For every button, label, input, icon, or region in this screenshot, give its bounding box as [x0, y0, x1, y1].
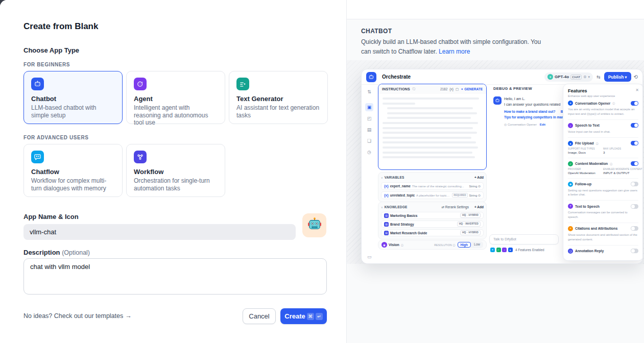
- feature-mini-icon: ✦: [490, 248, 495, 252]
- app-type-card-chatbot[interactable]: Chatbot LLM-based chatbot with simple se…: [23, 71, 123, 124]
- dataset-icon: ▤: [384, 213, 389, 218]
- app-type-name: Workflow: [134, 168, 218, 176]
- workflow-icon: [134, 151, 147, 163]
- app-type-card-text-generator[interactable]: Text Generator AI assistant for text gen…: [229, 71, 328, 124]
- app-type-desc: Orchestration for single-turn automation…: [134, 177, 218, 192]
- sidebar-orchestrate-icon: ▣: [365, 103, 373, 111]
- preview-sidebar: ⇅ ▣ ◰ ▤ ❏ ◷: [362, 85, 377, 263]
- retrieval-badge: HQ · INVERTED: [457, 222, 481, 227]
- variable-row: {x} expert_name The name of the strategi…: [381, 182, 484, 190]
- model-selector: ✦ GPT-4o CHAT ⚙ ▾: [544, 72, 593, 82]
- app-name-input[interactable]: [23, 224, 296, 240]
- history-icon: ⟲: [634, 74, 638, 80]
- feature-item: ▲ File Upload ⓘ SUPPORT FILE TYPESImage,…: [568, 137, 638, 158]
- info-icon: ⓘ: [596, 142, 599, 145]
- collapse-panel-icon: ▭: [367, 254, 372, 259]
- required-badge: REQUIRED: [452, 193, 467, 198]
- arrow-right-icon: →: [125, 312, 132, 320]
- bot-message: Hello, I am L. I can answer your questio…: [493, 96, 561, 126]
- copy-icon: ▢: [456, 87, 459, 91]
- create-app-modal: Create from Blank Choose App Type FOR BE…: [0, 0, 644, 343]
- app-type-desc: AI assistant for text generation tasks: [236, 104, 320, 119]
- feature-item: ♪ Speech to Text Voice input can be used…: [568, 119, 638, 137]
- app-icon-picker[interactable]: [302, 213, 326, 237]
- vision-icon: ◉: [381, 242, 387, 248]
- dataset-icon: ▤: [384, 231, 389, 235]
- knowledge-panel: ∨ KNOWLEDGE ⇄ Rerank Settings + Add ▤ Ma…: [378, 202, 487, 239]
- rerank-settings-button: ⇄ Rerank Settings: [441, 205, 469, 209]
- features-enabled-bar: ✦ ✓ ♪ ▲ 4 Features Enabled: [490, 248, 544, 252]
- app-type-desc: LLM-based chatbot with simple setup: [31, 104, 115, 119]
- app-type-desc: Intelligent agent with reasoning and aut…: [134, 104, 218, 127]
- templates-link[interactable]: No ideas? Check out our templates→: [23, 308, 132, 324]
- bot-avatar: [493, 96, 502, 105]
- sidebar-globe-icon: ◷: [365, 148, 373, 156]
- dataset-icon: ▤: [384, 222, 389, 227]
- instructions-skeleton-text: [378, 94, 486, 165]
- suggested-question: Tips for analyzing competitors in marke: [504, 114, 567, 120]
- info-icon: ⓘ: [401, 243, 403, 247]
- feature-mini-icon: ♪: [502, 248, 507, 252]
- feature-toggle: [631, 141, 638, 145]
- app-type-card-chatflow[interactable]: Chatflow Workflow for complex multi-turn…: [23, 144, 123, 197]
- cancel-button[interactable]: Cancel: [243, 308, 276, 324]
- chatbot-icon: [31, 78, 44, 90]
- text-generator-icon: [236, 78, 249, 90]
- type-icon: ⊙: [478, 194, 481, 197]
- app-name-label: App Name & Icon: [23, 213, 79, 220]
- resolution-high-option: High: [458, 242, 471, 248]
- app-type-desc: Workflow for complex multi-turn dialogue…: [31, 177, 115, 192]
- follow-up-icon: ✚: [568, 182, 573, 187]
- feature-item: ✓ Content Moderation ⓘ PROVIDEROpenAI Mo…: [568, 158, 638, 178]
- app-type-name: Text Generator: [236, 95, 320, 103]
- chatflow-icon: [31, 151, 44, 163]
- model-mode-badge: CHAT: [570, 75, 582, 80]
- agent-icon: [134, 78, 147, 90]
- app-type-name: Chatflow: [31, 168, 115, 176]
- instructions-title: INSTRUCTIONS: [382, 87, 410, 91]
- learn-more-link[interactable]: Learn more: [439, 48, 470, 55]
- vision-row: ◉ Vision ⓘ RESOLUTION ⓘ High Low: [378, 240, 487, 250]
- file-upload-icon: ▲: [568, 141, 573, 146]
- sliders-icon: ⇆: [597, 75, 601, 80]
- preview-app-icon: [366, 72, 376, 82]
- model-params-icon: ⚙: [583, 75, 586, 79]
- opener-mark-icon: ◎: [504, 123, 507, 126]
- choose-app-type-heading: Choose App Type: [23, 46, 79, 54]
- app-type-name: Agent: [134, 95, 218, 103]
- variables-header: ∨ VARIABLES + Add: [381, 174, 484, 181]
- info-icon: ⓘ: [412, 87, 415, 91]
- for-advanced-users-label: FOR ADVANCED USERS: [23, 135, 88, 140]
- app-preview-image: Orchestrate ✦ GPT-4o CHAT ⚙ ▾ ⇆ Publish …: [361, 69, 643, 264]
- generate-button: ✦ GENERATE: [461, 87, 483, 91]
- knowledge-row: ▤ Brand Strategy HQ · INVERTED: [381, 220, 484, 228]
- knowledge-row: ▤ Marketing Basics HQ · HYBRID: [381, 212, 484, 219]
- app-type-card-agent[interactable]: Agent Intelligent agent with reasoning a…: [126, 71, 225, 124]
- speech-to-text-icon: ♪: [568, 123, 573, 128]
- feature-toggle: [631, 161, 638, 166]
- feature-toggle: [631, 249, 638, 253]
- enter-key-icon: ↵: [316, 313, 323, 320]
- preview-backdrop: Orchestrate ✦ GPT-4o CHAT ⚙ ▾ ⇆ Publish …: [347, 60, 644, 264]
- resolution-low-option: Low: [471, 242, 483, 248]
- instructions-header: INSTRUCTIONS ⓘ 2182 {x} ▢ ✦ GENERATE: [378, 84, 486, 94]
- retrieval-badge: HQ · HYBRID: [460, 213, 481, 218]
- caret-down-icon: ∨: [381, 206, 383, 209]
- feature-toggle: [631, 123, 638, 128]
- close-icon: ✕: [635, 88, 639, 92]
- variables-title: VARIABLES: [385, 176, 404, 179]
- chat-input-preview: Talk to DifyBot: [489, 234, 559, 244]
- feature-item: T Text to Speech Conversation messages c…: [568, 200, 638, 223]
- variable-row: {x} unrelated_topic A placeholder for to…: [381, 191, 484, 199]
- app-type-card-workflow[interactable]: Workflow Orchestration for single-turn a…: [126, 144, 225, 197]
- info-icon: ⓘ: [452, 243, 455, 247]
- create-button[interactable]: Create ⌘ ↵: [280, 308, 327, 324]
- rerank-icon: ⇄: [441, 205, 444, 209]
- add-variable-button: + Add: [474, 176, 484, 179]
- description-textarea[interactable]: chat with vllm model: [23, 258, 327, 295]
- sidebar-notes-icon: ❏: [365, 137, 373, 145]
- app-type-info-pane: CHATBOT Quickly build an LLM-based chatb…: [346, 0, 644, 343]
- character-count: 2182: [440, 87, 447, 91]
- description-optional-label: (Optional): [62, 249, 90, 256]
- add-knowledge-button: + Add: [474, 205, 484, 209]
